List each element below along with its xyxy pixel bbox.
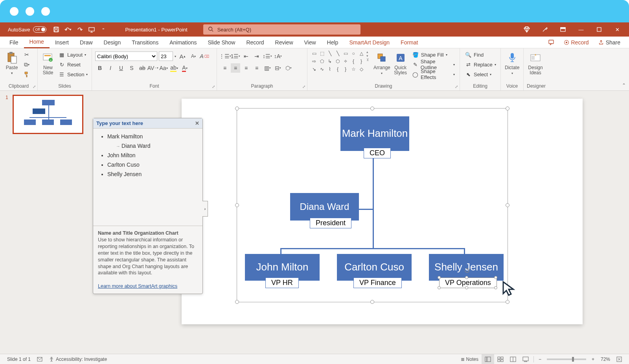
align-left-button[interactable]: ≡ xyxy=(220,63,230,73)
italic-button[interactable]: I xyxy=(106,63,115,73)
line-spacing-button[interactable]: ↕☰▾ xyxy=(263,51,272,61)
qat-customize-icon[interactable]: ⁼ xyxy=(97,24,109,35)
tab-record[interactable]: Record xyxy=(241,37,269,48)
layout-button[interactable]: ▦Layout▾ xyxy=(57,50,89,59)
align-center-button[interactable]: ≡ xyxy=(231,63,240,73)
shape-effects-button[interactable]: ◯Shape Effects▾ xyxy=(410,70,456,79)
traffic-minimize[interactable] xyxy=(26,7,34,16)
align-text-button[interactable]: ⊟▾ xyxy=(273,63,283,73)
ribbon: Paste▾ ✂ ⧉▾ Clipboard ⤢ + New Slide ▦Lay… xyxy=(0,48,629,91)
record-button[interactable]: ⦿Record xyxy=(559,37,594,48)
group-editing: 🔍Find ⇄Replace ▾ ⬉Select▾ Editing xyxy=(460,48,501,90)
replace-button[interactable]: ⇄Replace ▾ xyxy=(463,60,498,69)
increase-indent-button[interactable]: ⇥ xyxy=(252,51,261,61)
tab-animations[interactable]: Animations xyxy=(164,37,202,48)
section-button[interactable]: ☰Section▾ xyxy=(57,70,89,79)
bullets-button[interactable]: ⋮☰▾ xyxy=(220,51,230,61)
align-right-button[interactable]: ≡ xyxy=(241,63,251,73)
diamond-icon[interactable] xyxy=(519,24,535,35)
clear-formatting-icon[interactable]: A⌫ xyxy=(200,51,209,61)
drawing-launcher-icon[interactable]: ⤢ xyxy=(455,85,458,89)
highlight-button[interactable]: ab▾ xyxy=(169,63,179,73)
tab-review[interactable]: Review xyxy=(270,37,299,48)
save-icon[interactable] xyxy=(50,24,62,35)
tab-smartart-design[interactable]: SmartArt Design xyxy=(344,37,395,48)
traffic-zoom[interactable] xyxy=(41,7,50,16)
shapes-down-icon[interactable]: ▾ xyxy=(366,54,372,58)
justify-button[interactable]: ≡ xyxy=(252,63,261,73)
share-button[interactable]: Share xyxy=(594,37,625,48)
find-button[interactable]: 🔍Find xyxy=(463,50,498,59)
shadow-button[interactable]: S xyxy=(127,63,136,73)
text-direction-button[interactable]: ↕A▾ xyxy=(273,51,283,61)
tab-format[interactable]: Format xyxy=(395,37,423,48)
shapes-more-icon[interactable]: ⊻ xyxy=(366,58,372,62)
format-painter-button[interactable] xyxy=(22,70,31,79)
design-ideas-button[interactable]: Design Ideas xyxy=(527,50,544,77)
decrease-indent-button[interactable]: ⇤ xyxy=(241,51,251,61)
strikethrough-button[interactable]: ab xyxy=(138,63,147,73)
comments-button[interactable] xyxy=(543,37,559,48)
bold-button[interactable]: B xyxy=(95,63,105,73)
window-minimize[interactable]: — xyxy=(573,24,589,35)
search-icon xyxy=(208,26,213,33)
undo-icon[interactable]: ↶▾ xyxy=(62,24,74,35)
ribbon-display-icon[interactable] xyxy=(555,24,571,35)
tab-home[interactable]: Home xyxy=(24,37,50,48)
tab-file[interactable]: File xyxy=(4,37,24,48)
tab-slideshow[interactable]: Slide Show xyxy=(202,37,241,48)
tab-insert[interactable]: Insert xyxy=(50,37,74,48)
font-color-button[interactable]: A▾ xyxy=(180,63,189,73)
font-size-dropdown[interactable]: ▾ xyxy=(175,55,176,58)
group-slides: + New Slide ▦Layout▾ ↻Reset ☰Section▾ Sl… xyxy=(38,48,92,90)
decrease-font-icon[interactable]: A▾ xyxy=(189,51,198,61)
dictate-button[interactable]: Dictate▾ xyxy=(504,50,520,77)
paste-button[interactable]: Paste▾ xyxy=(3,50,20,77)
copy-button[interactable]: ⧉▾ xyxy=(22,60,31,69)
group-voice-label: Voice xyxy=(504,83,520,90)
shapes-gallery[interactable]: ▭⬚╲╲▭○△ ⇨⬠↳⬡✧{} ↘∿⌇{}☆◇ xyxy=(311,50,365,73)
new-slide-button[interactable]: + New Slide xyxy=(41,50,55,77)
character-spacing-button[interactable]: AV↔▾ xyxy=(148,63,158,73)
group-clipboard-label: Clipboard xyxy=(3,83,34,90)
window-maximize[interactable] xyxy=(591,24,607,35)
ribbon-collapse-icon[interactable]: ⌃ xyxy=(622,83,626,88)
smartart-convert-button[interactable]: ⬡▾ xyxy=(284,63,293,73)
shape-outline-button[interactable]: ✎Shape Outline▾ xyxy=(410,60,456,69)
redo-icon[interactable]: ↷ xyxy=(74,24,86,35)
cut-button[interactable]: ✂ xyxy=(22,50,31,59)
tab-help[interactable]: Help xyxy=(322,37,344,48)
select-button[interactable]: ⬉Select▾ xyxy=(463,70,498,79)
font-launcher-icon[interactable]: ⤢ xyxy=(212,85,215,89)
coming-soon-icon[interactable] xyxy=(537,24,553,35)
from-beginning-icon[interactable] xyxy=(86,24,97,35)
tab-draw[interactable]: Draw xyxy=(74,37,98,48)
paragraph-launcher-icon[interactable]: ⤢ xyxy=(302,85,305,89)
svg-rect-17 xyxy=(381,57,385,61)
arrange-button[interactable]: Arrange▾ xyxy=(373,50,390,77)
columns-button[interactable]: ▥▾ xyxy=(263,63,272,73)
increase-font-icon[interactable]: A▴ xyxy=(178,51,187,61)
find-icon: 🔍 xyxy=(465,52,472,58)
tab-design[interactable]: Design xyxy=(98,37,127,48)
quick-styles-button[interactable]: A Quick Styles xyxy=(392,50,408,77)
font-name-select[interactable]: Calibri (Body) xyxy=(95,51,157,61)
numbering-button[interactable]: 1☰▾ xyxy=(231,51,240,61)
shapes-up-icon[interactable]: ▴ xyxy=(366,50,372,54)
font-size-input[interactable] xyxy=(159,51,173,61)
window-title: Presentation1 - PowerPoint xyxy=(125,27,187,33)
reset-button[interactable]: ↻Reset xyxy=(57,60,89,69)
change-case-button[interactable]: Aa▾ xyxy=(159,63,168,73)
window-close[interactable]: ✕ xyxy=(609,24,625,35)
new-slide-icon: + xyxy=(42,51,54,64)
tab-transitions[interactable]: Transitions xyxy=(126,37,164,48)
underline-button[interactable]: U xyxy=(116,63,126,73)
traffic-close[interactable] xyxy=(10,7,18,16)
group-drawing-label: Drawing xyxy=(311,83,456,90)
autosave-toggle[interactable]: AutoSave Off xyxy=(4,26,50,33)
shape-fill-button[interactable]: 🪣Shape Fill▾ xyxy=(410,50,456,59)
clipboard-launcher-icon[interactable]: ⤢ xyxy=(33,85,36,89)
search-box[interactable]: Search (Alt+Q) xyxy=(203,24,360,35)
group-paragraph-label: Paragraph xyxy=(220,83,304,90)
tab-view[interactable]: View xyxy=(299,37,322,48)
